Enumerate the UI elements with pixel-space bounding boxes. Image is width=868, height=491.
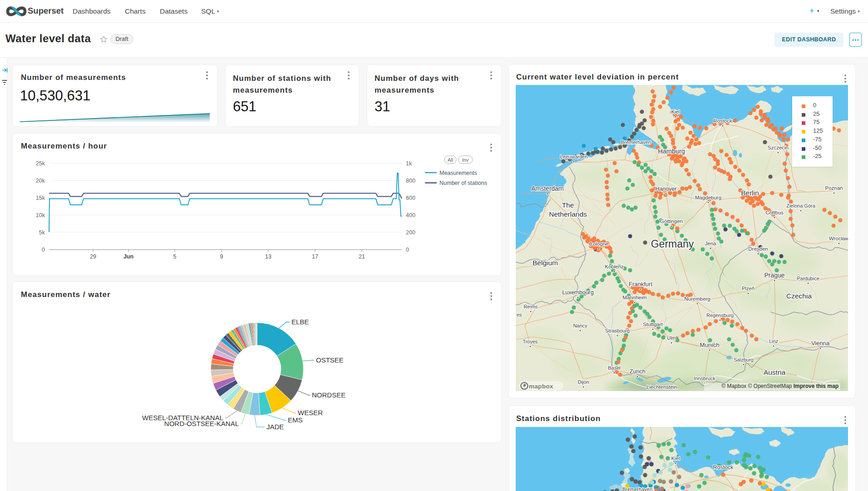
- svg-text:Dijon: Dijon: [577, 379, 589, 385]
- svg-text:NORDSEE: NORDSEE: [312, 391, 345, 399]
- svg-text:Jena: Jena: [705, 241, 717, 246]
- svg-text:Rostock: Rostock: [713, 118, 732, 124]
- svg-text:Munich: Munich: [700, 342, 720, 348]
- svg-text:9: 9: [220, 253, 223, 260]
- svg-text:Luxembourg: Luxembourg: [562, 289, 594, 296]
- svg-text:1k: 1k: [406, 160, 412, 167]
- svg-text:800: 800: [406, 178, 415, 184]
- svg-text:Netherlands: Netherlands: [549, 210, 587, 218]
- svg-text:17: 17: [312, 253, 318, 260]
- svg-text:5k: 5k: [39, 229, 45, 236]
- svg-text:Koblenz: Koblenz: [605, 264, 624, 269]
- svg-text:Bremerhaven: Bremerhaven: [622, 486, 652, 491]
- svg-text:Measurements: Measurements: [439, 170, 477, 176]
- svg-text:JADE: JADE: [266, 423, 284, 431]
- svg-text:Dresden: Dresden: [748, 246, 768, 252]
- svg-text:Czechia: Czechia: [786, 292, 812, 300]
- svg-text:Ulm: Ulm: [667, 335, 676, 341]
- svg-text:Pardubice: Pardubice: [797, 276, 819, 281]
- svg-text:The: The: [562, 201, 574, 209]
- svg-text:400: 400: [406, 212, 415, 218]
- svg-text:10k: 10k: [36, 212, 45, 218]
- svg-text:Poznań: Poznań: [825, 185, 843, 191]
- svg-text:Rostock: Rostock: [713, 464, 734, 471]
- svg-text:Cottbus: Cottbus: [765, 210, 784, 215]
- svg-text:Germany: Germany: [651, 238, 694, 250]
- svg-text:Kiel: Kiel: [671, 109, 680, 114]
- svg-text:Prague: Prague: [764, 272, 784, 279]
- svg-text:WESEL-DATTELN-KANAL: WESEL-DATTELN-KANAL: [142, 414, 223, 422]
- svg-text:5: 5: [173, 253, 177, 260]
- svg-text:Inv: Inv: [462, 157, 469, 163]
- svg-text:es: es: [517, 312, 522, 317]
- svg-text:Nuremberg: Nuremberg: [684, 296, 710, 302]
- svg-text:All: All: [448, 157, 453, 163]
- svg-text:Nancy: Nancy: [573, 323, 587, 328]
- svg-text:Frankfurt: Frankfurt: [629, 281, 652, 288]
- svg-text:15k: 15k: [36, 195, 45, 201]
- svg-text:Strasbourg: Strasbourg: [605, 328, 630, 333]
- svg-text:25k: 25k: [36, 160, 45, 167]
- svg-text:Hamburg: Hamburg: [658, 148, 685, 155]
- svg-text:Innsbruck: Innsbruck: [694, 376, 715, 381]
- svg-text:Belgium: Belgium: [533, 259, 558, 267]
- svg-text:Kiel: Kiel: [671, 456, 680, 461]
- svg-text:EMS: EMS: [288, 416, 303, 424]
- svg-text:mapbox: mapbox: [529, 383, 553, 390]
- svg-text:Vienna: Vienna: [811, 340, 830, 347]
- svg-text:Berlin: Berlin: [741, 189, 759, 197]
- svg-text:200: 200: [406, 229, 415, 236]
- svg-text:Basel: Basel: [608, 365, 621, 371]
- svg-text:13: 13: [265, 253, 271, 260]
- svg-text:29: 29: [90, 253, 96, 260]
- svg-text:OSTSEE: OSTSEE: [316, 356, 344, 364]
- svg-text:0: 0: [406, 247, 409, 253]
- svg-text:Wrocław: Wrocław: [829, 236, 848, 241]
- svg-text:Number of stations: Number of stations: [439, 180, 487, 186]
- svg-text:Jun: Jun: [123, 253, 133, 260]
- svg-text:Regensburg: Regensburg: [706, 312, 734, 318]
- svg-text:Salzburg: Salzburg: [734, 357, 753, 362]
- svg-text:Bremerhaven: Bremerhaven: [621, 139, 651, 145]
- svg-text:WESER: WESER: [298, 409, 323, 417]
- svg-text:21: 21: [359, 253, 365, 260]
- svg-text:Troyes: Troyes: [523, 339, 538, 344]
- svg-text:Hanover: Hanover: [655, 186, 676, 192]
- svg-text:Linz: Linz: [769, 338, 778, 344]
- svg-text:Amsterdam: Amsterdam: [531, 185, 564, 192]
- svg-text:Liechtenstein: Liechtenstein: [646, 384, 677, 390]
- svg-text:Austria: Austria: [764, 368, 786, 376]
- svg-text:Leeuwarden: Leeuwarden: [560, 154, 588, 159]
- svg-text:Reims: Reims: [523, 304, 538, 309]
- svg-text:Szczecin: Szczecin: [768, 145, 789, 150]
- svg-text:Cologne: Cologne: [589, 241, 609, 247]
- svg-text:600: 600: [406, 195, 415, 201]
- svg-text:ELBE: ELBE: [291, 318, 309, 326]
- svg-text:Plzeň: Plzeň: [742, 286, 755, 291]
- svg-text:Zurich: Zurich: [630, 368, 646, 375]
- svg-text:Göttingen: Göttingen: [660, 218, 683, 224]
- svg-text:0: 0: [42, 247, 45, 253]
- svg-text:Stuttgart: Stuttgart: [643, 322, 663, 327]
- svg-text:Magdeburg: Magdeburg: [695, 195, 721, 200]
- svg-text:20k: 20k: [36, 178, 45, 184]
- svg-text:Mannheim: Mannheim: [622, 295, 647, 300]
- svg-text:Zielona Góra: Zielona Góra: [786, 203, 815, 208]
